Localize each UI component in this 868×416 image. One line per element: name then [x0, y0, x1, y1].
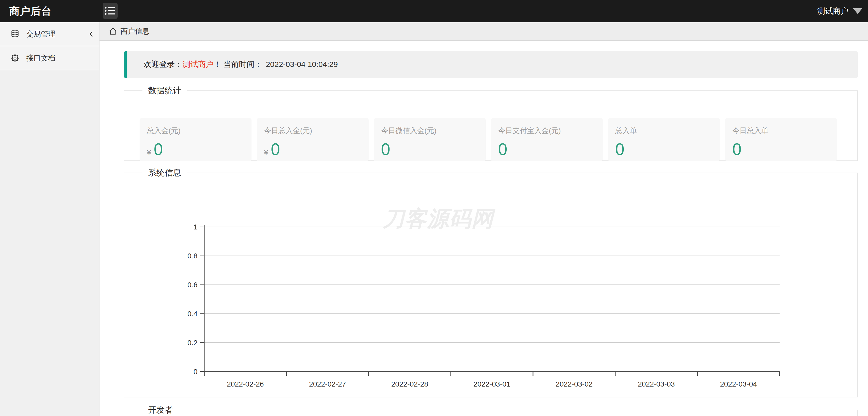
stat-card: 今日总入金(元)¥0 [257, 118, 369, 161]
developer-section-title: 开发者 [143, 405, 179, 415]
developer-section: 开发者 [124, 405, 858, 416]
sidebar-item-label: 接口文档 [26, 53, 55, 63]
user-name: 测试商户 [817, 6, 848, 17]
stat-card-value: 0 [154, 141, 163, 158]
breadcrumb[interactable]: 商户信息 [99, 22, 868, 41]
stat-card-value-row: 0 [381, 141, 390, 158]
stat-card: 今日支付宝入金(元)0 [491, 118, 603, 161]
stat-cards-row: 总入金(元)¥0今日总入金(元)¥0今日微信入金(元)0今日支付宝入金(元)0总… [140, 118, 837, 161]
svg-text:0.2: 0.2 [187, 339, 197, 347]
stat-card-value: 0 [381, 141, 390, 158]
user-dropdown[interactable]: 测试商户 [817, 0, 862, 22]
svg-text:0.8: 0.8 [187, 252, 197, 260]
stat-card-label: 今日支付宝入金(元) [491, 118, 603, 136]
stat-card-value: 0 [498, 141, 507, 158]
svg-text:2022-03-03: 2022-03-03 [638, 380, 675, 388]
stat-card-currency: ¥ [264, 148, 268, 157]
stat-card-value: 0 [271, 141, 280, 158]
svg-text:2022-02-26: 2022-02-26 [227, 380, 264, 388]
sidebar-item-api-docs[interactable]: 接口文档 [0, 46, 99, 70]
stat-card-value-row: 0 [498, 141, 507, 158]
stat-card-value-row: 0 [615, 141, 624, 158]
stat-card-value-row: ¥0 [264, 141, 280, 158]
gear-icon [10, 54, 20, 63]
system-chart: 00.20.40.60.812022-02-262022-02-272022-0… [155, 212, 801, 393]
sidebar-item-label: 交易管理 [26, 29, 55, 39]
stat-card-currency: ¥ [147, 148, 151, 157]
stat-card-value-row: 0 [732, 141, 742, 158]
stat-card-label: 今日微信入金(元) [374, 118, 486, 136]
svg-text:2022-02-28: 2022-02-28 [391, 380, 428, 388]
svg-text:2022-02-27: 2022-02-27 [309, 380, 346, 388]
stat-card: 总入单0 [608, 118, 720, 161]
stat-card-label: 今日总入单 [725, 118, 837, 136]
stat-card: 总入金(元)¥0 [140, 118, 251, 161]
svg-text:0: 0 [193, 368, 197, 376]
home-icon [108, 27, 117, 36]
stat-card-label: 总入单 [608, 118, 720, 136]
stat-card-value: 0 [615, 141, 624, 158]
app-title: 商户后台 [9, 0, 52, 22]
svg-text:1: 1 [193, 223, 197, 231]
stat-card: 今日总入单0 [725, 118, 837, 161]
top-header: 商户后台 测试商户 [0, 0, 868, 22]
svg-text:2022-03-02: 2022-03-02 [556, 380, 592, 388]
system-section-title: 系统信息 [143, 167, 187, 178]
stat-card-label: 总入金(元) [140, 118, 251, 136]
stats-section-title: 数据统计 [143, 85, 187, 96]
svg-text:0.4: 0.4 [187, 310, 197, 318]
current-time: 2022-03-04 10:04:29 [266, 60, 338, 68]
welcome-banner: 欢迎登录：测试商户！ 当前时间：2022-03-04 10:04:29 [124, 51, 858, 78]
stat-card-label: 今日总入金(元) [257, 118, 369, 136]
stat-card-value-row: ¥0 [147, 141, 163, 158]
system-info-section: 系统信息 刀客源码网 00.20.40.60.812022-02-262022-… [124, 167, 858, 397]
sidebar-toggle-button[interactable] [103, 3, 118, 19]
svg-text:0.6: 0.6 [187, 281, 197, 289]
stats-section: 数据统计 总入金(元)¥0今日总入金(元)¥0今日微信入金(元)0今日支付宝入金… [124, 85, 858, 161]
welcome-prefix: 欢迎登录： [144, 60, 183, 68]
svg-text:2022-03-01: 2022-03-01 [473, 380, 510, 388]
welcome-suffix: ！ 当前时间： [214, 60, 262, 68]
svg-text:2022-03-04: 2022-03-04 [720, 380, 757, 388]
sidebar-item-trade-manage[interactable]: 交易管理 [0, 22, 99, 46]
stat-card: 今日微信入金(元)0 [374, 118, 486, 161]
chevron-left-icon [87, 30, 96, 38]
sidebar: 交易管理接口文档 [0, 22, 99, 416]
database-icon [10, 29, 20, 39]
caret-down-icon [853, 8, 862, 14]
list-icon [105, 6, 116, 15]
breadcrumb-label: 商户信息 [120, 26, 149, 36]
stat-card-value: 0 [732, 141, 742, 158]
merchant-name: 测试商户 [183, 60, 214, 68]
